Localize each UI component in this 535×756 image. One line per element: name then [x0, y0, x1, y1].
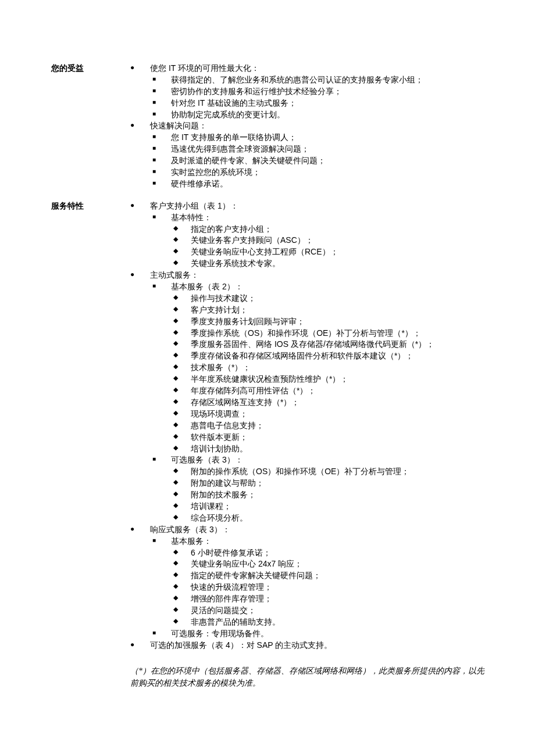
list-item-text: 现场环境调查； [191, 409, 248, 418]
list-item: 硬件维修承诺。 [150, 178, 488, 189]
list-item-text: 关键业务响应中心支持工程师（RCE）； [191, 247, 338, 256]
document-page: 您的受益 使您 IT 环境的可用性最大化： 获得指定的、了解您业务和系统的惠普公… [0, 0, 535, 756]
list-item-text: 附加的技术服务； [191, 490, 256, 499]
list-item: 快速的升级流程管理； [171, 582, 488, 593]
list-item: 培训课程； [171, 501, 488, 512]
list-item-text: 存储区域网络互连支持（*）； [191, 397, 299, 407]
list-item-text: 6 小时硬件修复承诺； [191, 548, 271, 557]
list-item: 快速解决问题： 您 IT 支持服务的单一联络协调人； 迅速优先得到惠普全球资源解… [130, 120, 488, 189]
list-item-text: 实时监控您的系统环境； [171, 167, 261, 177]
list-item-text: 硬件维修承诺。 [171, 179, 228, 188]
list-item-text: 基本特性： [171, 213, 212, 222]
section-body: 客户支持小组（表 1）： 基本特性： 指定的客户支持小组； 关键业务客户支持顾问… [130, 200, 488, 690]
section-label: 服务特性 [51, 200, 130, 212]
list-item-text: 可选的加强服务（表 4）：对 SAP 的主动式支持。 [150, 640, 332, 650]
bullet-list-level3: 操作与技术建议； 客户支持计划； 季度支持服务计划回顾与评审； 季度操作系统（O… [171, 293, 488, 454]
list-item-text: 指定的客户支持小组； [191, 224, 272, 234]
list-item-text: 季度存储设备和存储区域网络固件分析和软件版本建议（*）； [191, 351, 413, 360]
list-item: 基本服务： 6 小时硬件修复承诺； 关键业务响应中心 24x7 响应； 指定的硬… [150, 536, 488, 628]
list-item: 可选的加强服务（表 4）：对 SAP 的主动式支持。 [130, 640, 488, 651]
list-item-text: 主动式服务： [150, 270, 199, 280]
list-item: 附加的操作系统（OS）和操作环境（OE）补丁分析与管理； [171, 466, 488, 477]
list-item-text: 及时派遣的硬件专家、解决关键硬件问题； [171, 156, 326, 165]
bullet-list-level2: 基本特性： 指定的客户支持小组； 关键业务客户支持顾问（ASC）； 关键业务响应… [150, 212, 488, 269]
section-benefits: 您的受益 使您 IT 环境的可用性最大化： 获得指定的、了解您业务和系统的惠普公… [51, 63, 488, 190]
list-item-text: 灵活的问题提交； [191, 605, 256, 615]
list-item-text: 培训课程； [191, 501, 231, 511]
list-item: 协助制定完成系统的变更计划。 [150, 109, 488, 120]
list-item: 惠普电子信息支持； [171, 420, 488, 431]
list-item: 季度支持服务计划回顾与评审； [171, 316, 488, 327]
list-item: 基本服务（表 2）： 操作与技术建议； 客户支持计划； 季度支持服务计划回顾与评… [150, 281, 488, 454]
list-item: 使您 IT 环境的可用性最大化： 获得指定的、了解您业务和系统的惠普公司认证的支… [130, 63, 488, 120]
list-item: 季度操作系统（OS）和操作环境（OE）补丁分析与管理（*）； [171, 328, 488, 339]
list-item: 季度服务器固件、网络 IOS 及存储器/存储域网络微代码更新（*）； [171, 339, 488, 350]
list-item: 主动式服务： 基本服务（表 2）： 操作与技术建议； 客户支持计划； 季度支持服… [130, 270, 488, 524]
bullet-list-level2: 基本服务： 6 小时硬件修复承诺； 关键业务响应中心 24x7 响应； 指定的硬… [150, 536, 488, 639]
bullet-list-level2: 您 IT 支持服务的单一联络协调人； 迅速优先得到惠普全球资源解决问题； 及时派… [150, 132, 488, 189]
list-item-text: 基本服务（表 2）： [171, 282, 243, 291]
list-item: 获得指定的、了解您业务和系统的惠普公司认证的支持服务专家小组； [150, 74, 488, 85]
list-item-text: 可选服务：专用现场备件。 [171, 629, 269, 638]
list-item-text: 季度支持服务计划回顾与评审； [191, 317, 305, 326]
list-item-text: 快速解决问题： [150, 121, 207, 130]
list-item-text: 响应式服务（表 3）： [150, 525, 230, 534]
bullet-list-level2: 基本服务（表 2）： 操作与技术建议； 客户支持计划； 季度支持服务计划回顾与评… [150, 281, 488, 524]
list-item-text: 综合环境分析。 [191, 513, 248, 522]
list-item-text: 附加的建议与帮助； [191, 478, 264, 488]
list-item-text: 针对您 IT 基础设施的主动式服务； [171, 98, 297, 108]
bullet-list-level1: 客户支持小组（表 1）： 基本特性： 指定的客户支持小组； 关键业务客户支持顾问… [130, 200, 488, 651]
list-item-text: 软件版本更新； [191, 432, 248, 442]
bullet-list-level3: 附加的操作系统（OS）和操作环境（OE）补丁分析与管理； 附加的建议与帮助； 附… [171, 466, 488, 523]
list-item: 您 IT 支持服务的单一联络协调人； [150, 132, 488, 143]
list-item-text: 季度操作系统（OS）和操作环境（OE）补丁分析与管理（*）； [191, 328, 421, 338]
section-features: 服务特性 客户支持小组（表 1）： 基本特性： 指定的客户支持小组； 关键业务客… [51, 200, 488, 690]
section-label: 您的受益 [51, 63, 130, 74]
list-item-text: 密切协作的支持服务和运行维护技术经验分享； [171, 87, 342, 96]
list-item: 密切协作的支持服务和运行维护技术经验分享； [150, 86, 488, 97]
list-item: 年度存储阵列高可用性评估（*）； [171, 385, 488, 396]
list-item-text: 惠普电子信息支持； [191, 421, 264, 430]
list-item-text: 客户支持小组（表 1）： [150, 201, 238, 210]
list-item: 客户支持计划； [171, 304, 488, 316]
list-item-text: 可选服务（表 3）： [171, 455, 243, 464]
list-item: 响应式服务（表 3）： 基本服务： 6 小时硬件修复承诺； 关键业务响应中心 2… [130, 524, 488, 639]
list-item: 客户支持小组（表 1）： 基本特性： 指定的客户支持小组； 关键业务客户支持顾问… [130, 200, 488, 269]
list-item: 培训计划协助。 [171, 443, 488, 454]
list-item-text: 您 IT 支持服务的单一联络协调人； [171, 132, 297, 142]
list-item-text: 半年度系统健康状况检查预防性维护（*）； [191, 374, 348, 384]
list-item: 半年度系统健康状况检查预防性维护（*）； [171, 374, 488, 385]
list-item: 现场环境调查； [171, 409, 488, 420]
list-item-text: 迅速优先得到惠普全球资源解决问题； [171, 144, 309, 153]
list-item: 存储区域网络互连支持（*）； [171, 397, 488, 408]
list-item-text: 协助制定完成系统的变更计划。 [171, 110, 285, 119]
list-item-text: 获得指定的、了解您业务和系统的惠普公司认证的支持服务专家小组； [171, 75, 423, 84]
bullet-list-level3: 指定的客户支持小组； 关键业务客户支持顾问（ASC）； 关键业务响应中心支持工程… [171, 224, 488, 270]
list-item: 迅速优先得到惠普全球资源解决问题； [150, 144, 488, 155]
list-item: 可选服务：专用现场备件。 [150, 628, 488, 639]
list-item-text: 附加的操作系统（OS）和操作环境（OE）补丁分析与管理； [191, 467, 409, 476]
bullet-list-level1: 使您 IT 环境的可用性最大化： 获得指定的、了解您业务和系统的惠普公司认证的支… [130, 63, 488, 189]
list-item: 指定的硬件专家解决关键硬件问题； [171, 570, 488, 581]
list-item-text: 快速的升级流程管理； [191, 582, 272, 592]
list-item: 基本特性： 指定的客户支持小组； 关键业务客户支持顾问（ASC）； 关键业务响应… [150, 212, 488, 269]
list-item: 针对您 IT 基础设施的主动式服务； [150, 98, 488, 109]
list-item: 及时派遣的硬件专家、解决关键硬件问题； [150, 155, 488, 166]
list-item-text: 增强的部件库存管理； [191, 594, 272, 603]
list-item: 操作与技术建议； [171, 293, 488, 304]
list-item-text: 客户支持计划； [191, 305, 248, 314]
list-item: 关键业务系统技术专家。 [171, 258, 488, 269]
list-item-text: 关键业务系统技术专家。 [191, 259, 280, 268]
list-item: 指定的客户支持小组； [171, 224, 488, 235]
bullet-list-level2: 获得指定的、了解您业务和系统的惠普公司认证的支持服务专家小组； 密切协作的支持服… [150, 74, 488, 120]
list-item-text: 使您 IT 环境的可用性最大化： [150, 63, 259, 73]
footnote: （*）在您的环境中（包括服务器、存储器、存储区域网络和网络），此类服务所提供的内… [130, 665, 488, 690]
list-item: 软件版本更新； [171, 432, 488, 443]
list-item: 增强的部件库存管理； [171, 593, 488, 604]
list-item: 关键业务响应中心支持工程师（RCE）； [171, 246, 488, 257]
list-item: 技术服务（*）； [171, 362, 488, 373]
list-item: 非惠普产品的辅助支持。 [171, 617, 488, 628]
list-item: 附加的建议与帮助； [171, 478, 488, 489]
list-item: 可选服务（表 3）： 附加的操作系统（OS）和操作环境（OE）补丁分析与管理； … [150, 454, 488, 523]
list-item: 附加的技术服务； [171, 489, 488, 500]
